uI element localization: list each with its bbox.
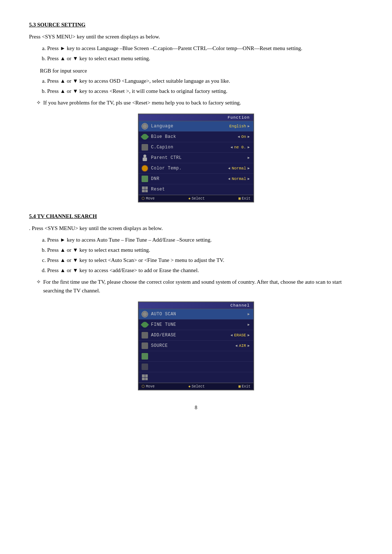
right-arrow-icon: ► [248, 177, 250, 181]
grid-icon [142, 186, 148, 192]
section-54-heading: TV CHANNEL SEARCH [37, 213, 97, 219]
menu-icon-source [140, 342, 150, 350]
menu-icon-language [140, 122, 150, 130]
section-54-number: 5.4 [29, 213, 36, 219]
globe-icon [142, 123, 148, 130]
menu-value-finetune: ► [216, 323, 252, 327]
menu-icon-dnr [140, 175, 150, 183]
list-item: Press ▲ or ▼ key to select <Auto Scan> o… [47, 256, 363, 264]
function-menu-header: Function [139, 114, 253, 121]
menu-row-blueback: Blue Back ◄ On ► [139, 132, 253, 142]
select-arrow-icon: ◈ [188, 384, 191, 389]
right-arrow-icon: ► [248, 167, 250, 171]
menu-label-source: SOURCE [150, 343, 216, 348]
dnr-icon [142, 176, 148, 182]
function-menu: Function Language English Blue B [138, 114, 254, 202]
menu-icon-adderase [140, 331, 150, 339]
section-53-heading: SOURCE SETTING [37, 22, 86, 28]
menu-label-language: Language [150, 124, 216, 129]
section-53-intro: Press <SYS MENU> key until the screen di… [29, 32, 363, 41]
menu-label-blueback: Blue Back [150, 134, 216, 139]
list-item: Press ▲ or ▼ key to select exact menu se… [47, 54, 363, 63]
menu-icon-empty3 [140, 373, 150, 381]
menu-label-reset: Reset [150, 187, 216, 192]
move-arrow-icon: ⬡ [142, 384, 145, 389]
right-arrow-icon: ► [248, 344, 250, 348]
menu-label-adderase: ADD/ERASE [150, 333, 216, 338]
section-53-list-a: Press ► key to access Language –Blue Scr… [47, 44, 363, 63]
footer-exit: ▦ Exit [238, 384, 250, 389]
menu-icon-finetune [140, 321, 150, 329]
menu-value-blueback: ◄ On ► [216, 135, 252, 139]
section-53-number: 5.3 [29, 22, 36, 28]
menu-row-reset: Reset [139, 184, 253, 195]
footer-move: ⬡ Move [142, 196, 155, 201]
menu-label-dnr: DNR [150, 176, 216, 181]
menu-row-dnr: DNR ◄ Normal ► [139, 174, 253, 184]
section-53-title: 5.3 SOURCE SETTING [29, 22, 363, 28]
leaf-icon [141, 321, 149, 329]
list-item: Press ► key to access Auto Tune – Fine T… [47, 235, 363, 244]
right-arrow-icon: ► [248, 145, 250, 149]
menu-icon-empty2 [140, 363, 150, 371]
channel-menu-header: Channel [139, 302, 253, 309]
right-arrow-icon: ► [248, 323, 250, 327]
leaf-icon [141, 133, 149, 141]
exit-icon: ▦ [238, 384, 241, 389]
section-54-title: 5.4 TV CHANNEL SEARCH [29, 213, 363, 219]
select-arrow-icon: ◈ [188, 196, 191, 201]
menu-label-colortemp: Color Temp. [150, 166, 216, 171]
menu-icon-reset [140, 185, 150, 193]
menu-value-colortemp: ◄ Normal ► [216, 166, 252, 171]
right-arrow-icon [248, 124, 250, 128]
footer-select: ◈ Select [188, 196, 205, 201]
cc-icon [142, 144, 148, 151]
list-item: Press ▲ or ▼ key to access <add/Erase> t… [47, 266, 363, 275]
menu-icon-empty1 [140, 352, 150, 360]
menu-row-empty3 [139, 372, 253, 383]
footer-move: ⬡ Move [142, 384, 155, 389]
function-menu-footer: ⬡ Move ◈ Select ▦ Exit [139, 195, 253, 202]
menu-icon-colortemp [140, 164, 150, 172]
page-number: 8 [29, 405, 363, 411]
menu-value-autoscan: ► [216, 312, 252, 316]
menu-value-adderase: ◄ ERASE ► [216, 333, 252, 337]
menu-row-finetune: FINE TUNE ► [139, 320, 253, 330]
move-arrow-icon: ⬡ [142, 196, 145, 201]
globe-icon [142, 311, 148, 317]
channel-menu: Channel AUTO SCAN ► FINE TUNE ► [138, 301, 254, 390]
left-arrow-icon: ◄ [238, 135, 240, 139]
menu-value-parentctrl: ► [216, 156, 252, 160]
list-item: Press ► key to access Language –Blue Scr… [47, 44, 363, 53]
menu-label-parentctrl: Parent CTRL [150, 155, 216, 160]
menu-value-dnr: ◄ Normal ► [216, 177, 252, 181]
menu-value-ccapion: ◄ ne 0. ► [216, 145, 252, 149]
list-item: Press ▲ or ▼ key to access <Reset >, it … [47, 87, 363, 95]
menu-row-empty2 [139, 362, 253, 372]
left-arrow-icon: ◄ [230, 145, 233, 149]
sun-icon [142, 165, 148, 171]
section-53-list-b: Press ▲ or ▼ key to access OSD <Language… [47, 77, 363, 95]
menu-icon-autoscan [140, 310, 150, 318]
source-icon [142, 342, 148, 349]
menu-icon-ccapion [140, 143, 150, 151]
diamond-note-54: ✧ For the first time use the TV, please … [36, 278, 363, 295]
list-item: Press ▲ or ▼ key to access OSD <Language… [47, 77, 363, 85]
menu-row-source: SOURCE ◄ AIR ► [139, 341, 253, 351]
menu-value-language: English [216, 124, 252, 128]
menu-label-finetune: FINE TUNE [150, 322, 216, 327]
diamond-icon: ✧ [36, 278, 41, 295]
function-menu-container: Function Language English Blue B [29, 114, 363, 202]
menu-row-parentctrl: Parent CTRL ► [139, 153, 253, 163]
person-icon [142, 155, 147, 161]
grid-icon [142, 374, 148, 380]
menu-row-empty1 [139, 351, 253, 362]
left-arrow-icon: ◄ [228, 167, 230, 171]
menu-icon-blueback [140, 133, 150, 141]
diamond-icon: ✧ [36, 98, 41, 107]
list-item: Press ▲ or ▼ key to select exact menu se… [47, 246, 363, 254]
section-54-list-a: Press ► key to access Auto Tune – Fine T… [47, 235, 363, 275]
channel-menu-footer: ⬡ Move ◈ Select ▦ Exit [139, 383, 253, 390]
rgb-label: RGB for input source [40, 66, 363, 75]
menu-row-autoscan: AUTO SCAN ► [139, 309, 253, 320]
